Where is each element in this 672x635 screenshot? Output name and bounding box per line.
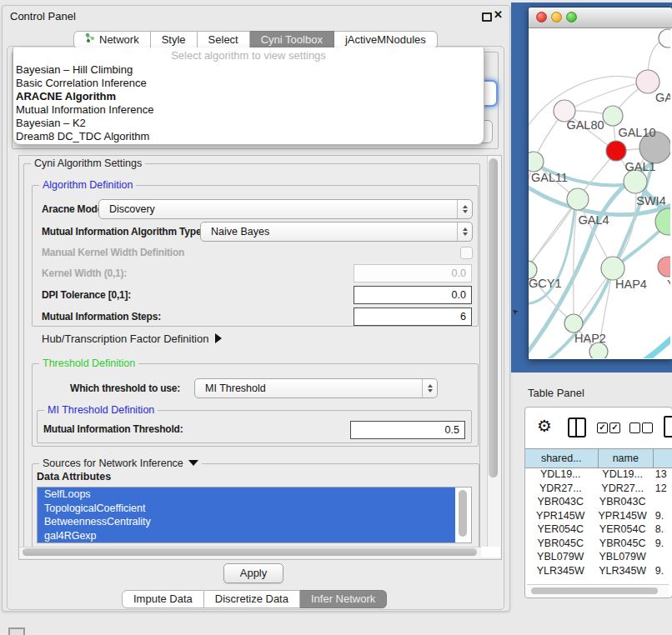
- network-node-hap4[interactable]: [601, 257, 624, 280]
- attributes-list-scrollbar-thumb[interactable]: [459, 490, 467, 537]
- tab-discretize-data[interactable]: Discretize Data: [204, 590, 300, 608]
- data-attributes-list[interactable]: SelfLoopsTopologicalCoefficientBetweenne…: [37, 487, 472, 543]
- sources-title[interactable]: Sources for Network Inference: [39, 458, 202, 469]
- table-cell: YBL079W: [596, 550, 649, 564]
- list-item[interactable]: SelfLoops: [38, 488, 455, 502]
- data-attributes-label: Data Attributes: [37, 471, 111, 482]
- tab-style[interactable]: Style: [151, 31, 198, 49]
- mi-threshold-label: Mutual Information Threshold:: [43, 419, 183, 439]
- table-row[interactable]: YPR145WYPR145W9.: [525, 509, 672, 523]
- table-toolbar: ⚙ ✓ ✓: [525, 408, 672, 448]
- bottom-tabbar: Impute DataDiscretize DataInfer Network: [122, 590, 387, 608]
- tab-jactivemnodules[interactable]: jActiveMNodules: [334, 31, 438, 49]
- column-header[interactable]: name: [599, 449, 654, 468]
- minimized-panel-grip[interactable]: [8, 628, 25, 635]
- table-row[interactable]: YER054CYER054C8.: [525, 522, 672, 537]
- table-cell: YLR345W: [596, 564, 649, 575]
- table-cell: 8.: [649, 522, 672, 537]
- network-window-titlebar[interactable]: [529, 8, 672, 28]
- control-panel-title: Control Panel: [10, 10, 76, 22]
- table-cell: YBR045C: [596, 537, 649, 551]
- tab-impute-data[interactable]: Impute Data: [122, 590, 204, 608]
- network-view-window: GALGAL80GAL10GAL1GAL11SWI4GAL4GCY1HAP4YH…: [528, 7, 672, 360]
- float-window-icon[interactable]: [482, 12, 492, 22]
- table-cell: YLR345W: [525, 564, 596, 575]
- network-node-y[interactable]: [658, 257, 670, 277]
- network-node-gal4[interactable]: [567, 188, 589, 210]
- new-table-icon[interactable]: [664, 416, 672, 438]
- tab-label: Select: [208, 31, 238, 49]
- dropdown-item[interactable]: Bayesian – Hill Climbing: [13, 63, 484, 77]
- column-header[interactable]: [654, 449, 672, 468]
- unchecked-box-icon[interactable]: [642, 422, 653, 433]
- network-node[interactable]: [659, 29, 670, 48]
- table-cell: YDR27...: [596, 482, 649, 496]
- mi-steps-input[interactable]: 6: [354, 308, 472, 326]
- table-cell: YBR045C: [525, 537, 596, 551]
- cyni-algorithm-settings-title: Cyni Algorithm Settings: [31, 158, 145, 169]
- list-item[interactable]: gal4RGexp: [38, 529, 455, 543]
- tab-infer-network[interactable]: Infer Network: [300, 590, 387, 608]
- network-node-gal1[interactable]: [606, 141, 626, 161]
- expanded-arrow-icon: [188, 460, 198, 466]
- manual-kernel-checkbox[interactable]: [460, 247, 473, 259]
- tab-cyni-toolbox[interactable]: Cyni Toolbox: [250, 31, 334, 49]
- table-cell: 9.: [649, 564, 672, 575]
- split-view-icon[interactable]: [568, 418, 586, 438]
- list-item[interactable]: BetweennessCentrality: [38, 515, 455, 529]
- mi-threshold-input[interactable]: 0.5: [350, 421, 465, 439]
- dpi-tolerance-input[interactable]: 0.0: [354, 286, 472, 304]
- table-panel-title: Table Panel: [528, 387, 584, 399]
- network-canvas[interactable]: GALGAL80GAL10GAL1GAL11SWI4GAL4GCY1HAP4YH…: [529, 28, 670, 358]
- table-row[interactable]: YDL19...YDL19...13: [525, 468, 672, 482]
- which-threshold-combo[interactable]: MI Threshold: [194, 378, 438, 398]
- dropdown-item[interactable]: Dream8 DC_TDC Algorithm: [13, 130, 484, 143]
- hub-tf-definition-toggle[interactable]: Hub/Transcription Factor Definition: [42, 332, 222, 345]
- table-row[interactable]: YLR345WYLR345W9.: [525, 564, 672, 575]
- checked-box-icon[interactable]: ✓: [609, 422, 620, 433]
- kernel-width-input[interactable]: 0.0: [354, 264, 472, 282]
- dropdown-item[interactable]: ARACNE Algorithm: [13, 90, 484, 103]
- table-cell: YPR145W: [525, 509, 596, 523]
- checked-box-icon[interactable]: ✓: [597, 422, 608, 433]
- tab-label: Network: [99, 31, 139, 49]
- settings-vertical-scrollbar-thumb[interactable]: [489, 158, 498, 478]
- network-edge[interactable]: [629, 328, 670, 358]
- table-row[interactable]: YDR27...YDR27...12: [525, 482, 672, 496]
- network-node-swi4[interactable]: [624, 170, 647, 193]
- aracne-mode-combo[interactable]: Discovery: [98, 199, 473, 219]
- apply-button[interactable]: Apply: [223, 563, 283, 583]
- kernel-width-label: Kernel Width (0,1):: [42, 263, 127, 283]
- dropdown-item[interactable]: Mutual Information Inference: [13, 103, 484, 117]
- network-node-gal11[interactable]: [529, 152, 544, 172]
- minimize-window-icon[interactable]: [551, 12, 562, 22]
- network-node-gal10[interactable]: [603, 106, 623, 126]
- stepper-icon: [457, 200, 472, 218]
- tab-select[interactable]: Select: [198, 31, 250, 49]
- network-node-hap2[interactable]: [564, 314, 583, 332]
- node-label: GAL10: [618, 126, 655, 139]
- table-row[interactable]: YBR045CYBR045C9.: [525, 537, 672, 551]
- mi-type-combo[interactable]: Naive Bayes: [200, 222, 473, 242]
- table-horizontal-scrollbar-thumb[interactable]: [531, 588, 658, 594]
- gear-icon[interactable]: ⚙: [537, 416, 552, 436]
- tab-label: Infer Network: [311, 590, 375, 608]
- table-cell: YBR043C: [596, 495, 649, 509]
- unchecked-box-icon[interactable]: [629, 422, 640, 433]
- table-horizontal-scrollbar[interactable]: [527, 584, 669, 596]
- list-item[interactable]: TopologicalCoefficient: [38, 502, 455, 516]
- column-header[interactable]: shared...: [525, 449, 599, 468]
- dropdown-item[interactable]: Basic Correlation Inference: [13, 77, 484, 90]
- network-node-gal[interactable]: [636, 70, 659, 93]
- close-window-icon[interactable]: [536, 12, 547, 22]
- zoom-window-icon[interactable]: [566, 12, 577, 22]
- settings-horizontal-scrollbar-thumb[interactable]: [23, 548, 477, 556]
- mi-type-label: Mutual Information Algorithm Type:: [42, 222, 204, 242]
- table-row[interactable]: YBL079WYBL079W: [525, 550, 672, 564]
- table-row[interactable]: YBR043CYBR043C: [525, 495, 672, 509]
- tab-network[interactable]: Network: [73, 31, 151, 49]
- aracne-mode-value: Discovery: [99, 203, 457, 215]
- tab-label: Cyni Toolbox: [261, 31, 323, 49]
- close-panel-icon[interactable]: ✕: [494, 8, 503, 21]
- dropdown-item[interactable]: Bayesian – K2: [13, 117, 484, 130]
